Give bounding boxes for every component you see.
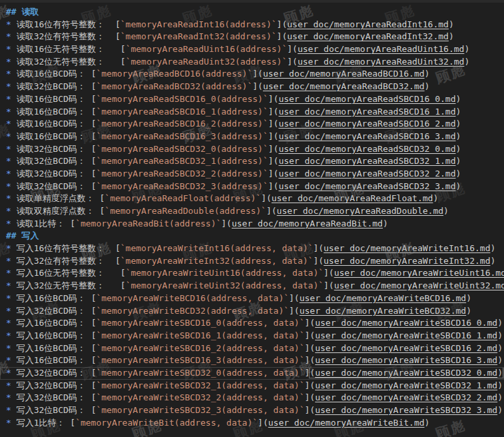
md-list-line: * 读取32位BCD码： [`memoryAreaReadSBCD32_1(ad… — [0, 155, 504, 168]
list-bullet: * — [6, 69, 17, 79]
paren-close: ) — [497, 355, 503, 365]
paren-close: ) — [433, 193, 438, 203]
item-label: 写入32位无符号整数： — [17, 280, 121, 290]
bracket-paren: ]( — [268, 144, 279, 154]
md-list-line: * 读取32位有符号整数： [`memoryAreaReadInt32(addr… — [0, 31, 504, 43]
doc-link[interactable]: user_doc/memoryAreaWriteInt32.md — [324, 256, 490, 266]
bracket-paren: ]( — [268, 169, 279, 179]
doc-link[interactable]: user_doc/memoryAreaReadBCD32.md — [263, 81, 425, 91]
doc-link[interactable]: user_doc/memoryAreaWriteSBCD16_1.md — [315, 330, 497, 340]
list-bullet: * — [6, 206, 17, 216]
inline-code: `memoryAreaReadSBCD32_2(address)` — [96, 169, 268, 179]
md-list-line: * 读取32位BCD码： [`memoryAreaReadBCD32(addre… — [0, 81, 504, 93]
doc-link[interactable]: user_doc/memoryAreaReadSBCD32_2.md — [278, 169, 455, 179]
item-label: 读取32位BCD码： — [17, 181, 91, 191]
md-list-line: * 写入32位BCD码： [`memoryAreaWriteSBCD32_0(a… — [0, 367, 504, 380]
doc-link[interactable]: user_doc/memoryAreaWriteSBCD32_2.md — [315, 392, 497, 402]
list-bullet: * — [6, 218, 17, 228]
paren-close: ) — [497, 405, 503, 415]
list-bullet: * — [6, 268, 17, 278]
md-list-line: * 读取32位无符号整数： [`memoryAreaReadUint32(add… — [0, 56, 504, 69]
doc-link[interactable]: user_doc/memoryAreaReadBCD16.md — [263, 69, 425, 79]
list-bullet: * — [6, 405, 17, 415]
item-label: 写入16位BCD码： — [17, 343, 91, 353]
item-label: 写入32位BCD码： — [17, 306, 91, 316]
inline-code: `memoryAreaReadUint16(address)` — [126, 44, 288, 54]
paren-close: ) — [466, 293, 471, 303]
md-list-line: * 写入32位BCD码： [`memoryAreaWriteBCD32(addr… — [0, 305, 504, 318]
bracket-paren: ]( — [313, 256, 324, 266]
inline-code: `memoryAreaWriteSBCD16_1(address, data)` — [96, 330, 304, 340]
item-label: 读取16位BCD码： — [17, 119, 91, 129]
doc-link[interactable]: user_doc/memoryAreaWriteBit.md — [268, 418, 425, 428]
item-label: 读取16位有符号整数： — [17, 19, 115, 29]
doc-link[interactable]: user_doc/memoryAreaReadSBCD16_3.md — [278, 131, 455, 141]
paren-close: ) — [449, 31, 454, 41]
bracket-open: [ — [121, 44, 126, 54]
doc-link[interactable]: user_doc/memoryAreaWriteSBCD16_3.md — [315, 355, 497, 365]
doc-link[interactable]: user_doc/memoryAreaReadUint32.md — [298, 57, 464, 67]
list-bullet: * — [6, 131, 17, 141]
doc-link[interactable]: user_doc/memoryAreaWriteSBCD32_3.md — [315, 405, 497, 415]
doc-link[interactable]: user_doc/memoryAreaReadInt32.md — [287, 31, 449, 41]
list-bullet: * — [6, 156, 17, 166]
list-bullet: * — [6, 57, 17, 67]
list-bullet: * — [6, 256, 17, 266]
list-bullet: * — [6, 392, 17, 402]
doc-link[interactable]: user_doc/memoryAreaWriteUint32.md — [334, 280, 504, 290]
md-list-line: * 写入16位有符号整数： [`memoryAreaWriteInt16(add… — [0, 242, 504, 255]
list-bullet: * — [6, 107, 17, 117]
doc-link[interactable]: user_doc/memoryAreaWriteSBCD16_2.md — [315, 343, 497, 353]
doc-link[interactable]: user_doc/memoryAreaWriteBCD16.md — [300, 293, 466, 303]
md-list-line: * 写入16位BCD码： [`memoryAreaWriteBCD16(addr… — [0, 292, 504, 305]
doc-link[interactable]: user_doc/memoryAreaWriteSBCD32_1.md — [315, 380, 497, 390]
paren-close: ) — [456, 131, 461, 141]
bracket-open: [ — [70, 218, 75, 228]
doc-link[interactable]: user_doc/memoryAreaWriteUint16.md — [334, 268, 504, 278]
item-label: 读取16位BCD码： — [17, 131, 91, 141]
doc-link[interactable]: user_doc/memoryAreaReadSBCD32_3.md — [278, 181, 455, 191]
doc-link[interactable]: user_doc/memoryAreaWriteSBCD16_0.md — [315, 318, 497, 328]
bracket-open: [ — [115, 31, 121, 41]
doc-link[interactable]: user_doc/memoryAreaReadBit.md — [232, 218, 383, 228]
bracket-paren: ]( — [268, 131, 279, 141]
bracket-paren: ]( — [268, 94, 279, 104]
paren-close: ) — [466, 306, 471, 316]
doc-link[interactable]: user_doc/memoryAreaReadFloat.md — [272, 193, 433, 203]
list-bullet: * — [6, 306, 17, 316]
doc-link[interactable]: user_doc/memoryAreaReadSBCD32_1.md — [278, 156, 455, 166]
list-bullet: * — [6, 81, 17, 91]
inline-code: `memoryAreaWriteSBCD16_0(address, data)` — [96, 318, 304, 328]
inline-code: `memoryAreaWriteSBCD32_3(address, data)` — [96, 405, 304, 415]
md-list-line: * 读取16位BCD码： [`memoryAreaReadSBCD16_1(ad… — [0, 106, 504, 119]
md-list-line: * 读取16位BCD码： [`memoryAreaReadSBCD16_3(ad… — [0, 131, 504, 143]
paren-close: ) — [491, 256, 496, 266]
doc-link[interactable]: user_doc/memoryAreaReadSBCD32_0.md — [278, 144, 455, 154]
doc-link[interactable]: user_doc/memoryAreaReadInt16.md — [287, 19, 449, 29]
doc-link[interactable]: user_doc/memoryAreaReadSBCD16_2.md — [278, 119, 455, 129]
doc-link[interactable]: user_doc/memoryAreaWriteSBCD32_0.md — [315, 368, 497, 378]
doc-link[interactable]: user_doc/memoryAreaReadSBCD16_0.md — [278, 94, 455, 104]
paren-close: ) — [425, 418, 430, 428]
inline-code: `memoryAreaReadUint32(address)` — [126, 57, 288, 67]
item-label: 读取32位BCD码： — [17, 81, 91, 91]
inline-code: `memoryAreaReadInt32(address)` — [121, 31, 277, 41]
paren-close: ) — [464, 44, 469, 54]
item-label: 写入32位BCD码： — [17, 368, 91, 378]
item-label: 写入32位BCD码： — [17, 392, 91, 402]
doc-link[interactable]: user_doc/memoryAreaReadDouble.md — [277, 206, 443, 216]
item-label: 写入16位BCD码： — [17, 355, 91, 365]
doc-link[interactable]: user_doc/memoryAreaWriteBCD32.md — [300, 306, 466, 316]
bracket-paren: ]( — [324, 268, 334, 278]
list-bullet: * — [6, 293, 17, 303]
inline-code: `memoryAreaWriteBCD32(address, data)` — [96, 306, 289, 316]
paren-close: ) — [497, 330, 503, 340]
md-list-line: * 写入16位BCD码： [`memoryAreaWriteSBCD16_0(a… — [0, 317, 504, 330]
doc-link[interactable]: user_doc/memoryAreaWriteInt16.md — [324, 243, 490, 253]
inline-code: `memoryAreaWriteInt32(address, data)` — [121, 256, 314, 266]
doc-link[interactable]: user_doc/memoryAreaReadSBCD16_1.md — [278, 107, 455, 117]
bracket-paren: ]( — [268, 156, 279, 166]
doc-link[interactable]: user_doc/memoryAreaReadUint16.md — [298, 44, 464, 54]
paren-close: ) — [497, 392, 503, 402]
markdown-editor: ## 读取* 读取16位有符号整数： [`memoryAreaReadInt16… — [0, 0, 504, 429]
